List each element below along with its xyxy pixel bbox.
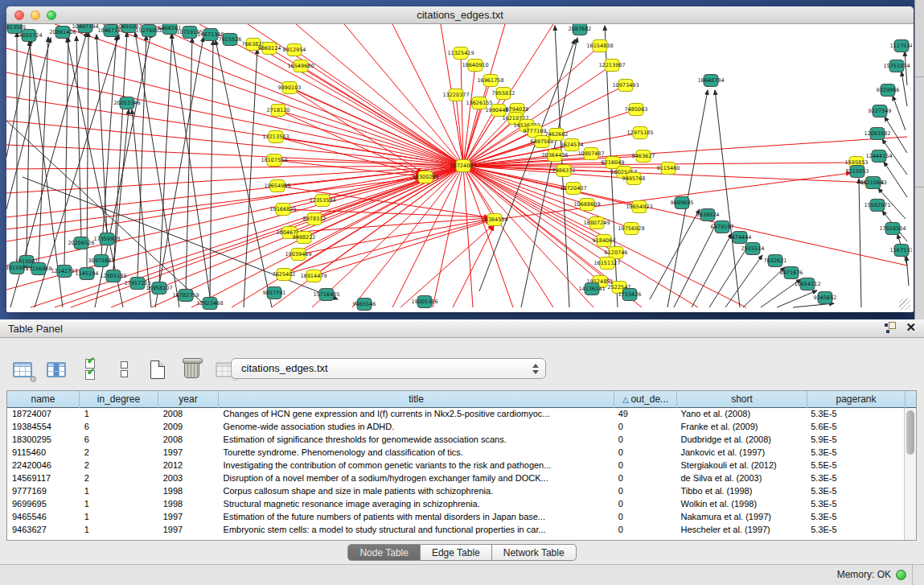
float-panel-icon[interactable]	[885, 322, 896, 333]
network-node[interactable]: 19005386	[411, 296, 437, 308]
column-header-out_degree[interactable]: △ out_de...	[614, 391, 677, 408]
tab-node-table[interactable]: Node Table	[347, 544, 421, 561]
network-node[interactable]: 19756928	[618, 223, 644, 235]
network-node[interactable]: 9184067	[593, 235, 616, 247]
network-node[interactable]: 9890103	[278, 82, 302, 94]
network-node[interactable]: 15592971	[864, 200, 890, 212]
table-row[interactable]: 1456911722003Disruption of a novel membe…	[7, 472, 904, 485]
column-header-year[interactable]: year	[158, 391, 219, 408]
resize-grip[interactable]	[899, 299, 910, 310]
tab-edge-table[interactable]: Edge Table	[421, 544, 492, 561]
network-node[interactable]: 9857791	[263, 287, 286, 299]
network-node[interactable]: 12213583	[262, 131, 289, 143]
network-canvas[interactable]: 1872400719384554183002951132541918640910…	[6, 24, 912, 311]
network-node[interactable]: 7986372	[552, 165, 576, 177]
network-node[interactable]: 12353594	[309, 195, 335, 207]
network-node[interactable]: 16961758	[477, 75, 503, 87]
table-scrollbar[interactable]	[904, 408, 916, 540]
column-header-in_degree[interactable]: in_degree	[80, 391, 158, 408]
network-node[interactable]: 7955812	[492, 88, 515, 100]
network-node[interactable]: 9245652	[814, 292, 837, 304]
network-node[interactable]: 7615526	[219, 34, 242, 46]
network-node[interactable]: 8215953	[846, 166, 869, 178]
network-node[interactable]: 12923468	[196, 298, 223, 310]
tab-network-table[interactable]: Network Table	[492, 544, 577, 561]
table-row[interactable]: 977716911998Corpus callosum shape and si…	[7, 485, 904, 498]
network-node[interactable]: 20053346	[113, 97, 140, 109]
network-node[interactable]: 16549680	[287, 60, 314, 72]
network-node[interactable]: 9463627	[632, 150, 655, 163]
network-node[interactable]: 16648784	[697, 75, 724, 87]
show-columns-icon[interactable]	[45, 358, 68, 381]
network-node[interactable]: 19384554	[481, 214, 507, 226]
network-node[interactable]: 12505185	[100, 270, 126, 282]
network-node[interactable]: 12975185	[626, 127, 653, 139]
network-node[interactable]: 9227349	[869, 105, 892, 117]
network-node[interactable]: 7625402	[273, 269, 296, 281]
network-window-titlebar[interactable]: citations_edges.txt	[6, 6, 914, 24]
column-header-name[interactable]: name	[7, 391, 80, 408]
network-node[interactable]: 19654923	[626, 201, 652, 213]
network-node[interactable]: 18807249	[583, 217, 610, 229]
select-all-icon[interactable]	[79, 358, 101, 381]
column-header-title[interactable]: title	[219, 391, 614, 408]
network-node[interactable]: 11325419	[447, 47, 474, 60]
network-node[interactable]: 30975887	[88, 255, 114, 267]
network-node[interactable]: 16151127	[593, 257, 620, 270]
network-node[interactable]: 17016504	[879, 223, 906, 235]
delete-columns-icon[interactable]	[180, 358, 203, 381]
table-row[interactable]: 2242004622012Investigating the contribut…	[7, 459, 904, 472]
column-header-pagerank[interactable]: pagerank	[807, 391, 906, 408]
deselect-all-icon[interactable]	[113, 358, 135, 381]
table-row[interactable]: 911546021997Tourette syndrome. Phenomeno…	[7, 447, 904, 459]
network-node[interactable]: 2718120	[267, 105, 290, 117]
close-panel-icon[interactable]: ✕	[906, 322, 916, 333]
network-node[interactable]: 2935514	[741, 243, 765, 255]
network-node[interactable]: 18640910	[462, 60, 488, 72]
network-node[interactable]: 10654112	[794, 278, 820, 290]
network-node[interactable]: 1117534	[890, 40, 912, 52]
network-view-window[interactable]: citations_edges.txt 18724007193845541830…	[6, 6, 914, 312]
table-row[interactable]: 969969511998Structural magnetic resonanc…	[7, 498, 904, 511]
network-node[interactable]: 6479197	[711, 221, 734, 233]
network-node[interactable]: 1167533	[890, 245, 912, 257]
network-node[interactable]: 16914479	[300, 270, 326, 282]
network-node[interactable]: 1733426	[618, 289, 642, 301]
table-select-dropdown[interactable]: citations_edges.txt	[231, 358, 546, 379]
memory-status-icon[interactable]	[896, 570, 906, 580]
table-row[interactable]: 1830029562008Estimation of significance …	[7, 434, 904, 447]
network-node[interactable]: 12142737	[51, 266, 77, 278]
network-node[interactable]: 8471676	[780, 267, 803, 279]
network-node[interactable]: 16210643	[860, 177, 886, 189]
network-node[interactable]: 3624574	[561, 139, 584, 151]
network-node[interactable]: 18107554	[261, 154, 287, 167]
table-row[interactable]: 1938455462009Genome-wide association stu…	[7, 421, 904, 434]
network-node[interactable]: 12444154	[865, 150, 892, 163]
network-node[interactable]: 9699695	[671, 197, 694, 209]
network-node[interactable]: 19654985	[264, 180, 290, 192]
network-node[interactable]: 7632621	[764, 255, 787, 267]
network-node[interactable]: 14055724	[15, 30, 42, 42]
network-node[interactable]: 19166825	[269, 204, 296, 216]
new-table-icon[interactable]	[146, 358, 169, 381]
table-row[interactable]: 1872400712008Changes of HCN gene express…	[7, 408, 904, 421]
network-node[interactable]: 8912954	[283, 44, 306, 56]
scrollbar-thumb[interactable]	[906, 410, 914, 455]
table-mode-icon[interactable]: ⚙	[11, 358, 34, 381]
network-node[interactable]: 7485063	[625, 104, 648, 116]
network-node[interactable]: 14136141	[578, 283, 605, 295]
network-node[interactable]: 16154838	[586, 40, 613, 52]
network-node[interactable]: 12213987	[598, 60, 625, 72]
network-node[interactable]: 19039469	[285, 249, 311, 261]
network-node[interactable]: 16782759	[172, 290, 199, 302]
network-node[interactable]: 9115460	[657, 163, 680, 175]
network-node[interactable]: 9329966	[877, 84, 900, 97]
table-row[interactable]: 946362711997Embryonic stem cells: a mode…	[7, 524, 904, 537]
table-row[interactable]: 946554611997Estimation of the future num…	[7, 511, 904, 524]
network-node[interactable]: 8978312	[303, 213, 326, 225]
network-node[interactable]: 9495768	[622, 173, 646, 185]
network-node[interactable]: 9474444	[729, 232, 752, 244]
network-node[interactable]: 13156869	[25, 263, 51, 275]
network-node[interactable]: 9860124	[258, 43, 281, 55]
network-node[interactable]: 1145194	[76, 268, 99, 280]
